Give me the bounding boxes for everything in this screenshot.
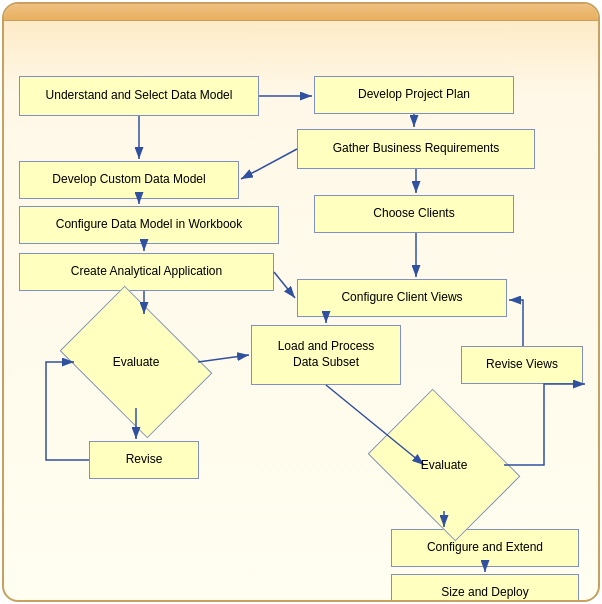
svg-line-10	[198, 355, 249, 362]
box-choose-clients: Choose Clients	[314, 195, 514, 233]
main-container: Understand and Select Data Model Develop…	[2, 2, 600, 602]
box-gather-req: Gather Business Requirements	[297, 129, 535, 169]
box-revise: Revise	[89, 441, 199, 479]
svg-line-13	[274, 272, 295, 298]
diamond-eval2: Evaluate	[382, 419, 506, 511]
svg-line-8	[241, 149, 297, 179]
box-create-app: Create Analytical Application	[19, 253, 274, 291]
diagram-title	[4, 4, 598, 21]
box-config-views: Configure Client Views	[297, 279, 507, 317]
box-load-process: Load and ProcessData Subset	[251, 325, 401, 385]
box-configure-extend: Configure and Extend	[391, 529, 579, 567]
diagram-area: Understand and Select Data Model Develop…	[4, 21, 598, 577]
diamond-eval1: Evaluate	[74, 316, 198, 408]
box-configure-workbook: Configure Data Model in Workbook	[19, 206, 279, 244]
box-develop-custom: Develop Custom Data Model	[19, 161, 239, 199]
box-size-deploy: Size and Deploy	[391, 574, 579, 602]
box-revise-views: Revise Views	[461, 346, 583, 384]
box-dev-project: Develop Project Plan	[314, 76, 514, 114]
box-understand: Understand and Select Data Model	[19, 76, 259, 116]
